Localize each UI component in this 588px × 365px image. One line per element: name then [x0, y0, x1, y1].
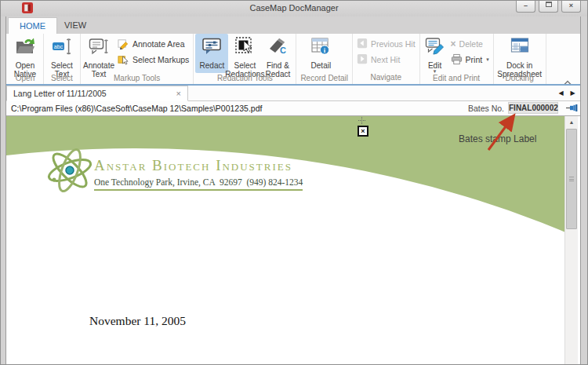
- next-hit-button[interactable]: Next Hit: [354, 53, 418, 67]
- button-label: Redact: [200, 61, 225, 70]
- edit-button[interactable]: Edit ▾: [422, 34, 448, 73]
- titlebar: CaseMap DocManager – ×: [1, 1, 587, 16]
- select-markups-icon: [118, 53, 129, 67]
- print-icon: [451, 53, 463, 67]
- annotate-text-button[interactable]: Annotate Text: [82, 34, 115, 73]
- document-tabbar: Lang Letter of 11/11/2005 × ◀ ▶: [6, 86, 580, 101]
- scrollbar-thumb[interactable]: [566, 129, 577, 229]
- detail-icon: i: [310, 36, 331, 60]
- dock-in-spreadsheet-icon: [510, 36, 530, 60]
- tab-view[interactable]: VIEW: [53, 17, 97, 34]
- company-address: One Technology Park, Irvine, CA 92697 (9…: [94, 177, 303, 191]
- annotate-text-icon: [89, 36, 109, 60]
- print-dropdown-caret: ▾: [486, 57, 489, 63]
- file-path: C:\Program Files (x86)\CaseSoft\CaseMap …: [11, 104, 262, 113]
- redact-button[interactable]: Redact: [195, 34, 228, 73]
- select-text-button[interactable]: abc Select Text: [45, 34, 78, 73]
- cursor-crosshair-icon: [361, 117, 362, 124]
- pin-icon[interactable]: [566, 103, 579, 113]
- edit-icon: [425, 36, 445, 60]
- group-label: Record Detail: [298, 73, 350, 85]
- scroll-up-icon[interactable]: ▲: [565, 116, 578, 128]
- detail-button[interactable]: i Detail: [298, 34, 343, 73]
- group-label: Open: [9, 73, 42, 85]
- annotate-area-icon: [118, 38, 129, 51]
- document-tab[interactable]: Lang Letter of 11/11/2005 ×: [6, 86, 188, 101]
- ribbon-tabstrip: HOME VIEW: [6, 16, 580, 34]
- group-label: Markup Tools: [82, 73, 191, 85]
- ribbon-group-navigate: Previous Hit Next Hit Navigate: [353, 34, 420, 84]
- group-label: Docking: [495, 73, 544, 85]
- open-native-button[interactable]: Open Native: [9, 34, 42, 73]
- window-body: HOME VIEW Open Native Open: [5, 16, 581, 364]
- scrollbar-grip: [569, 177, 574, 181]
- close-tab-icon[interactable]: ×: [176, 89, 181, 97]
- letter-date: November 11, 2005: [89, 314, 186, 328]
- tab-scroll-left-button[interactable]: ◀: [556, 88, 566, 99]
- collapse-ribbon-button[interactable]: [563, 75, 574, 82]
- button-label: Previous Hit: [371, 39, 416, 49]
- ribbon-group-docking: Dock in Spreadsheet Docking: [494, 34, 546, 84]
- previous-hit-icon: [357, 38, 368, 50]
- select-redactions-icon: [234, 36, 255, 60]
- previous-hit-button[interactable]: Previous Hit: [354, 37, 418, 51]
- ribbon-group-record-detail: i Detail Record Detail: [296, 34, 353, 84]
- print-button[interactable]: Print ▾: [448, 53, 492, 67]
- button-label: Select Markups: [132, 55, 189, 64]
- document-tab-label: Lang Letter of 11/11/2005: [13, 89, 107, 98]
- find-and-redact-button[interactable]: C Find & Redact: [261, 34, 294, 73]
- redact-cursor-icon: ×: [358, 126, 368, 137]
- group-label: Edit and Print: [422, 73, 492, 85]
- app-window: CaseMap DocManager – × HOME VIEW Open Na…: [0, 0, 588, 365]
- ribbon: Open Native Open abc Select Text Select: [6, 34, 580, 84]
- select-markups-button[interactable]: Select Markups: [115, 53, 191, 67]
- button-label: Next Hit: [371, 55, 400, 64]
- open-native-icon: [15, 36, 35, 60]
- svg-text:C: C: [280, 46, 286, 55]
- svg-text:abc: abc: [54, 44, 64, 49]
- minimize-button[interactable]: –: [516, 1, 535, 13]
- group-label: Redaction Tools: [195, 73, 294, 85]
- dock-in-spreadsheet-button[interactable]: Dock in Spreadsheet: [495, 34, 544, 73]
- button-label: Print: [466, 55, 483, 64]
- tab-scroll-right-button[interactable]: ▶: [568, 88, 578, 99]
- ribbon-group-markup-tools: Annotate Text Annotate Area: [81, 34, 194, 84]
- redact-icon: [201, 36, 222, 60]
- button-label: Detail: [311, 61, 332, 70]
- group-label: Navigate: [354, 72, 418, 84]
- next-hit-icon: [357, 53, 368, 66]
- find-and-redact-icon: C: [267, 36, 288, 60]
- annotate-area-button[interactable]: Annotate Area: [115, 37, 191, 51]
- group-label: Select: [45, 73, 78, 85]
- maximize-icon: [546, 2, 552, 7]
- company-logo-atom-icon: [44, 148, 96, 196]
- delete-button[interactable]: × Delete: [448, 37, 492, 51]
- ribbon-group-edit-and-print: Edit ▾ × Delete Print ▾: [420, 34, 494, 84]
- company-name: Anstar Biotech Industries: [94, 157, 303, 174]
- select-text-icon: abc: [52, 36, 72, 60]
- tab-home[interactable]: HOME: [8, 17, 57, 34]
- ribbon-group-redaction-tools: Redact Select Redactions C Find & Redact: [194, 34, 296, 84]
- delete-icon: ×: [451, 38, 456, 49]
- button-label: Delete: [459, 39, 483, 49]
- ribbon-group-select: abc Select Text Select: [44, 34, 81, 84]
- maximize-button[interactable]: [539, 1, 558, 13]
- window-title: CaseMap DocManager: [1, 3, 587, 13]
- vertical-scrollbar[interactable]: ▲: [564, 116, 578, 364]
- ribbon-group-open: Open Native Open: [7, 34, 44, 84]
- select-redactions-button[interactable]: Select Redactions: [228, 34, 261, 73]
- red-callout-arrow: [477, 104, 539, 159]
- close-button[interactable]: ×: [561, 1, 581, 13]
- button-label: Annotate Area: [132, 39, 185, 49]
